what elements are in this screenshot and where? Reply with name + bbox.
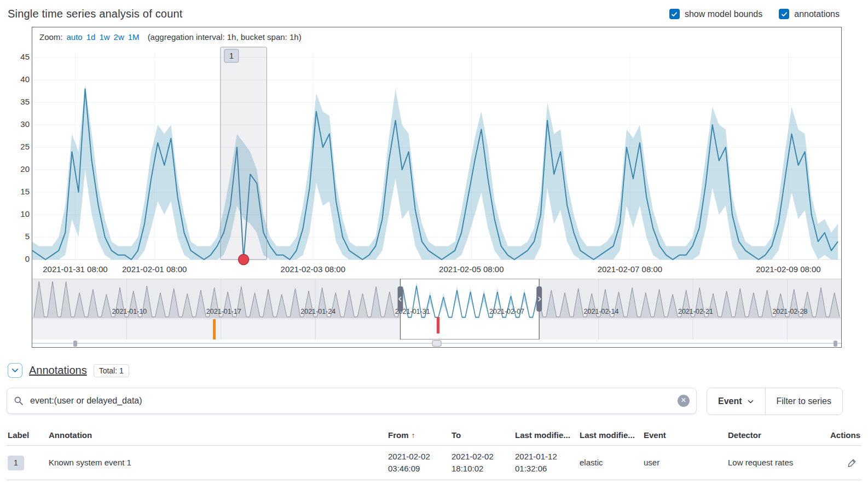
y-axis-labels: 051015202530354045 (7, 45, 32, 278)
show-model-bounds-checkbox[interactable]: show model bounds (669, 9, 762, 19)
context-navigator-chart[interactable]: 2021-01-102021-01-172021-01-242021-01-31… (32, 279, 841, 339)
svg-text:2021-01-31 08:00: 2021-01-31 08:00 (43, 264, 107, 274)
pencil-icon (847, 458, 857, 468)
svg-text:25: 25 (20, 142, 30, 151)
annotation-from: 2021-02-02 03:46:09 (388, 451, 452, 475)
annotations-filter-buttons: Event Filter to series (707, 388, 843, 415)
check-icon (669, 9, 680, 19)
svg-text:2021-01-24: 2021-01-24 (300, 308, 335, 315)
svg-text:2021-02-21: 2021-02-21 (678, 308, 713, 315)
time-series-chart-panel: 051015202530354045 Zoom: auto 1d 1w 2w 1… (7, 27, 842, 348)
critical-anomaly-tick (437, 317, 439, 333)
scroll-thumb[interactable] (432, 341, 441, 347)
chart-frame: Zoom: auto 1d 1w 2w 1M (aggregation inte… (32, 27, 842, 348)
svg-text:30: 30 (20, 119, 30, 129)
col-last-modified-by: Last modifie... (580, 430, 644, 440)
col-last-modified-date: Last modifie... (515, 430, 580, 440)
scroll-handle-right[interactable] (834, 341, 837, 347)
svg-text:5: 5 (25, 232, 30, 241)
svg-text:1: 1 (229, 51, 234, 60)
svg-text:2021-01-10: 2021-01-10 (112, 308, 147, 315)
checkbox-label: annotations (794, 9, 840, 19)
col-to: To (452, 430, 515, 440)
major-anomaly-tick (213, 319, 216, 339)
annotations-table: Label Annotation From ↑ To Last modifie.… (7, 430, 861, 480)
zoom-1d-link[interactable]: 1d (86, 32, 96, 42)
zoom-2w-link[interactable]: 2w (114, 32, 124, 42)
svg-text:45: 45 (20, 52, 30, 61)
page-title: Single time series analysis of count (8, 8, 183, 20)
annotations-section-title[interactable]: Annotations (29, 364, 87, 377)
svg-text:2021-01-17: 2021-01-17 (206, 308, 241, 315)
col-label: Label (8, 430, 49, 440)
event-filter-dropdown[interactable]: Event (707, 388, 766, 415)
col-from-sortable[interactable]: From ↑ (388, 430, 452, 440)
svg-text:40: 40 (20, 74, 30, 84)
annotations-collapse-button[interactable] (8, 363, 22, 378)
zoom-controls: Zoom: auto 1d 1w 2w 1M (aggregation inte… (32, 27, 841, 46)
col-event: Event (644, 430, 728, 440)
edit-annotation-button[interactable] (846, 457, 858, 469)
annotations-search-row: × Event Filter to series (7, 388, 843, 415)
col-detector: Detector (728, 430, 818, 440)
filter-to-series-button[interactable]: Filter to series (766, 388, 842, 415)
svg-text:10: 10 (20, 209, 30, 218)
annotation-text: Known system event 1 (49, 457, 388, 469)
single-metric-viewer: Single time series analysis of count sho… (0, 0, 868, 485)
event-dropdown-label: Event (718, 396, 742, 406)
model-bounds-band (32, 84, 838, 260)
col-from-label: From (388, 430, 409, 440)
svg-text:2021-02-05 08:00: 2021-02-05 08:00 (439, 264, 504, 274)
aggregation-note: (aggregation interval: 1h, bucket span: … (148, 32, 302, 42)
annotations-checkbox[interactable]: annotations (779, 9, 840, 19)
sort-ascending-icon: ↑ (412, 431, 415, 440)
annotation-last-modified-date: 2021-01-12 01:32:06 (515, 451, 580, 475)
col-actions: Actions (818, 430, 860, 440)
annotation-to: 2021-02-02 18:10:02 (452, 451, 515, 475)
svg-text:2021-02-07 08:00: 2021-02-07 08:00 (598, 264, 662, 274)
svg-text:2021-02-28: 2021-02-28 (772, 308, 807, 315)
svg-text:20: 20 (20, 164, 30, 174)
zoom-1w-link[interactable]: 1w (99, 32, 109, 42)
annotation-table-row: 1 Known system event 1 2021-02-02 03:46:… (7, 446, 861, 480)
annotations-search-bar[interactable]: × (7, 388, 697, 414)
clear-search-button[interactable]: × (678, 395, 690, 407)
annotation-event: user (644, 457, 728, 469)
annotation-region[interactable] (221, 47, 267, 260)
filter-button-label: Filter to series (777, 396, 831, 406)
svg-text:35: 35 (20, 97, 30, 106)
page-header: Single time series analysis of count sho… (7, 4, 861, 27)
search-icon (14, 396, 24, 406)
svg-text:2021-02-07: 2021-02-07 (489, 308, 524, 315)
chart-scrollbar[interactable] (32, 339, 841, 347)
main-time-series-chart[interactable]: 12021-01-31 08:002021-02-01 08:002021-02… (32, 46, 841, 279)
chevron-down-icon (747, 398, 754, 405)
annotation-detector: Low request rates (728, 457, 818, 469)
svg-text:2021-02-01 08:00: 2021-02-01 08:00 (122, 264, 187, 274)
annotations-search-input[interactable] (29, 395, 672, 406)
chart-option-toggles: show model bounds annotations (669, 9, 840, 19)
svg-text:0: 0 (25, 254, 30, 263)
chevron-down-icon (11, 366, 19, 375)
col-annotation: Annotation (49, 430, 388, 440)
svg-text:2021-02-14: 2021-02-14 (584, 308, 619, 315)
zoom-label: Zoom: (39, 32, 63, 42)
annotations-section-header: Annotations Total: 1 (8, 363, 861, 378)
annotation-last-modified-by: elastic (580, 457, 644, 469)
annotations-total-badge: Total: 1 (94, 364, 129, 377)
zoom-1M-link[interactable]: 1M (128, 32, 140, 42)
checkbox-label: show model bounds (685, 9, 762, 19)
anomaly-marker[interactable] (239, 255, 249, 265)
annotation-label-badge: 1 (8, 456, 24, 470)
annotations-table-header: Label Annotation From ↑ To Last modifie.… (7, 430, 861, 446)
svg-text:2021-02-03 08:00: 2021-02-03 08:00 (281, 264, 345, 274)
scroll-handle-left[interactable] (73, 341, 77, 347)
svg-text:2021-02-09 08:00: 2021-02-09 08:00 (756, 264, 820, 274)
zoom-auto-link[interactable]: auto (67, 32, 83, 42)
check-icon (779, 9, 789, 19)
svg-text:15: 15 (20, 187, 30, 196)
cross-icon: × (681, 396, 686, 405)
